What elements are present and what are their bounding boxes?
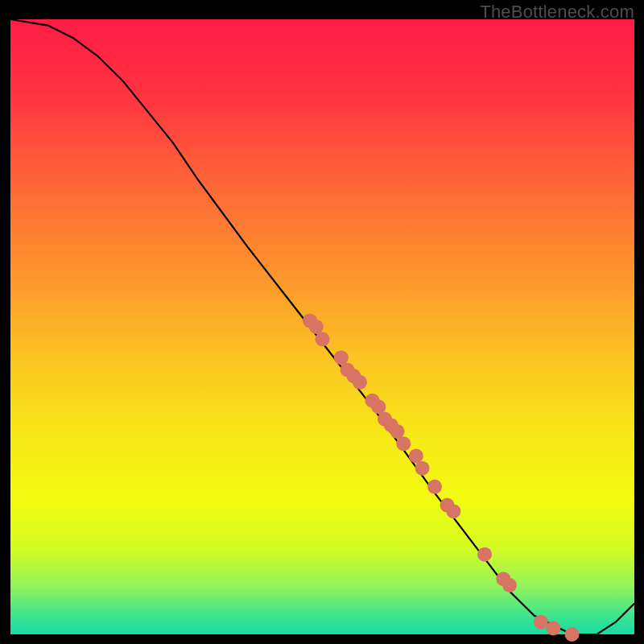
data-point <box>371 399 386 414</box>
data-point <box>353 375 367 390</box>
data-point <box>565 627 580 642</box>
data-point <box>309 320 324 334</box>
data-point <box>396 436 411 451</box>
data-point <box>534 615 548 630</box>
data-point <box>502 578 517 592</box>
data-point <box>415 461 430 476</box>
chart-container: TheBottleneck.com <box>0 0 644 644</box>
data-point <box>546 621 560 635</box>
data-point <box>316 332 330 346</box>
data-point <box>477 547 492 562</box>
data-point <box>390 424 405 439</box>
data-point <box>334 350 349 365</box>
data-point <box>427 480 442 494</box>
data-point <box>446 504 460 518</box>
data-point <box>409 448 423 463</box>
chart-canvas <box>0 0 644 644</box>
attribution-label: TheBottleneck.com <box>480 2 634 23</box>
